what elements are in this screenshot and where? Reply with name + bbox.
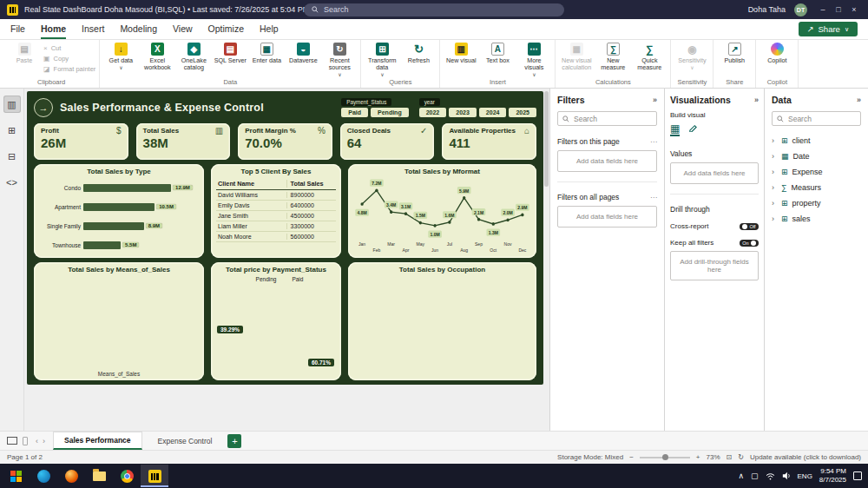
canvas-scrollbar[interactable] xyxy=(544,91,549,187)
kpi-card-profit-margin[interactable]: Profit Margin %% 70.0% xyxy=(238,123,332,160)
bar[interactable] xyxy=(83,241,121,249)
slicer-option-2024[interactable]: 2024 xyxy=(479,108,507,117)
paste-button[interactable]: ▤ Paste xyxy=(7,43,42,64)
chart-total-sales-by-occupation[interactable]: Total Sales by Occupation xyxy=(348,262,536,380)
zoom-knob[interactable] xyxy=(662,454,668,460)
close-button[interactable]: × xyxy=(847,5,861,14)
bar-row[interactable]: Single Family8.9M xyxy=(39,222,199,230)
table-row[interactable]: David Williams8900000 xyxy=(216,190,336,201)
cut-button[interactable]: ×Cut xyxy=(43,44,61,52)
filters-search-input[interactable]: Search xyxy=(557,111,657,126)
collapse-pane-icon[interactable]: » xyxy=(857,96,861,104)
more-visuals-button[interactable]: ⋯ More visuals ∨ xyxy=(516,43,551,76)
more-options-icon[interactable]: ⋯ xyxy=(650,138,657,146)
dax-query-view-icon[interactable]: <> xyxy=(3,174,21,191)
chart-total-sales-by-mformat[interactable]: Total Sales by Mformat 4.8MJan7.2MFeb3.4… xyxy=(348,164,536,258)
sensitivity-button[interactable]: ◉ Sensitivity ∨ xyxy=(674,43,709,69)
chart-total-price-by-payment-status[interactable]: Total price by Payment_Status Pending Pa… xyxy=(211,262,341,380)
publish-button[interactable]: ↗ Publish xyxy=(717,43,752,64)
page-tab-expense-control[interactable]: Expense Control xyxy=(148,433,223,449)
excel-workbook-button[interactable]: X Excel workbook xyxy=(140,43,174,71)
forward-arrow-button[interactable]: → xyxy=(34,98,53,117)
field-expense[interactable]: ›⊞Expense xyxy=(772,164,861,180)
dataverse-button[interactable]: ◒ Dataverse xyxy=(286,43,320,64)
next-page-arrow[interactable]: › xyxy=(43,437,45,445)
new-visual-button[interactable]: ▥ New visual xyxy=(444,43,478,64)
share-button[interactable]: ↗ Share ∨ xyxy=(799,22,858,36)
filters-all-pages-dropzone[interactable]: Add data fields here xyxy=(557,206,657,228)
report-canvas[interactable]: → Sales Performance & Expense Control Pa… xyxy=(24,89,549,431)
field-measurs[interactable]: ›∑Measurs xyxy=(772,180,861,195)
tab-modeling[interactable]: Modeling xyxy=(120,19,157,39)
global-search-input[interactable]: Search xyxy=(304,3,564,16)
kpi-card-total-sales[interactable]: Total Sales▥ 38M xyxy=(136,123,231,160)
new-measure-button[interactable]: ∑ New measure xyxy=(595,43,630,71)
transform-data-button[interactable]: ⊞ Transform data ∨ xyxy=(365,43,399,76)
tab-optimize[interactable]: Optimize xyxy=(208,19,244,39)
chart-total-sales-by-means[interactable]: Total Sales by Means_of_Sales Means_of_S… xyxy=(34,262,204,380)
onelake-catalog-button[interactable]: ◈ OneLake catalog xyxy=(176,43,211,71)
bar-row[interactable]: Condo12.9M xyxy=(39,184,199,192)
slicer-option-2025[interactable]: 2025 xyxy=(509,108,536,117)
refresh-button[interactable]: ↻ Refresh xyxy=(401,43,436,64)
text-box-button[interactable]: A Text box xyxy=(480,43,515,64)
copilot-button[interactable]: Copilot xyxy=(760,43,794,64)
sql-server-button[interactable]: ▤ SQL Server xyxy=(213,43,247,64)
bar[interactable] xyxy=(83,222,144,230)
field-property[interactable]: ›⊞property xyxy=(772,195,861,211)
donut-chart[interactable] xyxy=(243,298,309,364)
build-visual-mode-icon[interactable]: ▦ xyxy=(670,122,680,135)
table-row[interactable]: Jane Smith4500000 xyxy=(216,211,336,221)
new-visual-calculation-button[interactable]: ▦ New visual calculation xyxy=(559,43,594,71)
zoom-out-button[interactable]: − xyxy=(629,453,634,461)
maximize-button[interactable]: □ xyxy=(832,5,845,14)
kpi-card-available-properties[interactable]: Available Properties⌂ 411 xyxy=(442,123,536,160)
desktop-layout-icon[interactable] xyxy=(7,437,17,445)
tab-view[interactable]: View xyxy=(173,19,193,39)
add-page-button[interactable]: + xyxy=(227,434,241,448)
notification-center-icon[interactable] xyxy=(853,472,862,480)
bar-row[interactable]: Apartment10.5M xyxy=(39,203,199,211)
chrome-taskbar-icon[interactable] xyxy=(113,465,141,487)
minimize-button[interactable]: – xyxy=(816,5,830,14)
collapse-pane-icon[interactable]: » xyxy=(754,96,759,104)
language-indicator[interactable]: ENG xyxy=(798,472,812,480)
table-view-icon[interactable]: ⊞ xyxy=(3,122,21,139)
tab-file[interactable]: File xyxy=(10,19,25,39)
firefox-taskbar-icon[interactable] xyxy=(57,465,85,487)
slicer-option-pending[interactable]: Pending xyxy=(371,108,409,117)
recent-sources-button[interactable]: ↻ Recent sources ∨ xyxy=(322,43,357,76)
slicer-option-2022[interactable]: 2022 xyxy=(419,108,447,117)
collapse-pane-icon[interactable]: » xyxy=(653,96,657,104)
clock[interactable]: 9:54 PM 8/7/2025 xyxy=(819,467,846,485)
mobile-layout-icon[interactable] xyxy=(23,437,28,445)
keep-all-filters-toggle[interactable]: On xyxy=(740,240,759,247)
filters-this-page-dropzone[interactable]: Add data fields here xyxy=(557,150,657,172)
get-data-button[interactable]: ↓ Get data ∨ xyxy=(103,43,138,69)
windows-start-button[interactable] xyxy=(2,465,30,487)
zoom-slider[interactable] xyxy=(640,457,690,458)
prev-page-arrow[interactable]: ‹ xyxy=(36,437,38,445)
wifi-icon[interactable] xyxy=(766,472,775,480)
model-view-icon[interactable]: ⊟ xyxy=(3,148,21,165)
format-visual-mode-icon[interactable] xyxy=(688,122,698,135)
line-chart[interactable]: 4.8MJan7.2MFeb3.4MMar3.1MApr1.5MMay1.0MJ… xyxy=(353,178,531,254)
field-client[interactable]: ›⊞client xyxy=(772,133,861,148)
tab-home[interactable]: Home xyxy=(41,19,66,39)
cross-report-toggle[interactable]: Off xyxy=(740,223,759,230)
tab-insert[interactable]: Insert xyxy=(82,19,104,39)
page-tab-sales-performance[interactable]: Sales Performance xyxy=(53,432,142,450)
table-row[interactable]: Emily Davis6400000 xyxy=(216,201,336,211)
field-sales[interactable]: ›⊞sales xyxy=(772,211,861,227)
drill-through-dropzone[interactable]: Add drill-through fields here xyxy=(670,251,759,280)
volume-icon[interactable] xyxy=(782,472,791,480)
copy-button[interactable]: ▣Copy xyxy=(43,55,69,63)
table-top5-clients[interactable]: Top 5 Client By Sales Client NameTotal S… xyxy=(211,164,341,258)
report-view-icon[interactable]: ▥ xyxy=(3,96,21,113)
display-tray-icon[interactable]: ▢ xyxy=(751,472,759,480)
slicer-option-2023[interactable]: 2023 xyxy=(449,108,477,117)
update-available-link[interactable]: Update available (click to download) xyxy=(750,453,861,461)
kpi-card-closed-deals[interactable]: Closed Deals✓ 64 xyxy=(340,123,435,160)
tab-help[interactable]: Help xyxy=(260,19,279,39)
table-row[interactable]: Noah Moore5600000 xyxy=(216,232,336,242)
